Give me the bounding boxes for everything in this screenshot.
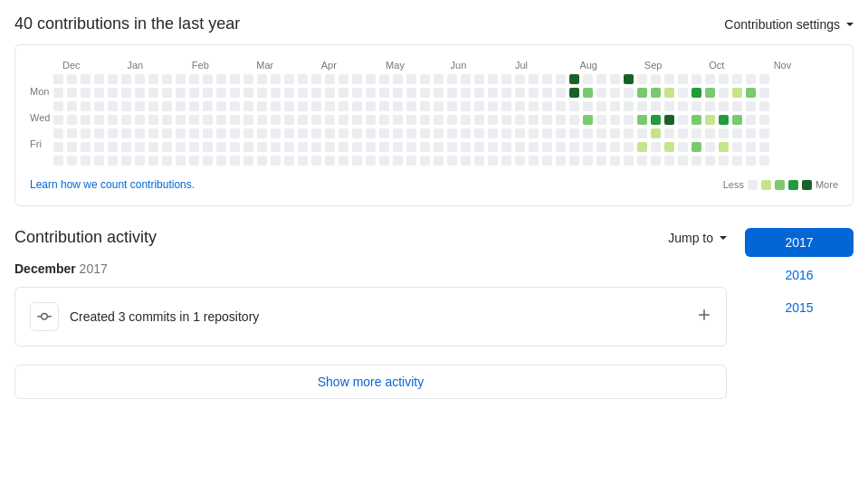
year-2016-button[interactable]: 2016 — [745, 261, 854, 289]
contribution-cell — [393, 156, 403, 166]
contribution-cell — [664, 74, 674, 84]
contribution-cell — [705, 128, 715, 138]
contribution-cell — [243, 88, 253, 98]
contribution-cell — [651, 156, 661, 166]
contribution-cell — [108, 156, 118, 166]
month-aug: Aug — [579, 60, 644, 71]
contribution-cell — [474, 142, 484, 152]
show-more-button[interactable]: Show more activity — [14, 365, 727, 399]
contribution-cell — [624, 142, 634, 152]
contribution-cell — [94, 156, 104, 166]
contribution-cell — [637, 156, 647, 166]
day-wed: Wed — [30, 113, 50, 123]
contribution-cell — [556, 101, 566, 111]
contribution-cell — [420, 101, 430, 111]
contribution-cell — [271, 74, 281, 84]
contribution-cell — [583, 142, 593, 152]
settings-caret-icon — [846, 23, 854, 26]
day-fri: Fri — [30, 139, 50, 149]
graph-months: Dec Jan Feb Mar Apr May Jun Jul Aug Sep … — [62, 60, 838, 71]
legend: Less More — [723, 179, 838, 190]
contribution-cell — [759, 101, 769, 111]
contribution-cell — [515, 128, 525, 138]
contribution-cell — [719, 88, 729, 98]
contribution-cell — [529, 74, 539, 84]
contribution-cell — [379, 101, 389, 111]
contribution-cell — [732, 156, 742, 166]
contribution-cell — [216, 128, 226, 138]
contribution-cell — [406, 142, 416, 152]
contribution-cell — [311, 156, 321, 166]
contribution-cell — [420, 156, 430, 166]
contribution-cell — [311, 128, 321, 138]
contribution-cell — [447, 156, 457, 166]
contribution-cell — [121, 74, 131, 84]
contribution-cell — [461, 128, 471, 138]
contribution-cell — [53, 88, 63, 98]
contribution-cell — [447, 88, 457, 98]
contribution-cell — [135, 88, 145, 98]
contribution-cell — [692, 142, 701, 152]
graph-body: Mon Wed Fri — [30, 74, 838, 167]
contribution-cell — [596, 156, 606, 166]
contribution-cell — [501, 156, 511, 166]
contribution-cell — [271, 128, 281, 138]
contribution-cell — [339, 88, 348, 98]
month-jun: Jun — [451, 60, 515, 71]
contribution-cell — [434, 156, 444, 166]
learn-link[interactable]: Learn how we count contributions. — [30, 178, 195, 191]
contribution-cell — [624, 156, 634, 166]
contribution-cell — [406, 88, 416, 98]
contribution-cell — [651, 115, 661, 125]
contribution-cell — [284, 88, 294, 98]
year-2017-button[interactable]: 2017 — [745, 228, 854, 257]
jump-to-button[interactable]: Jump to — [668, 231, 727, 245]
contribution-cell — [583, 115, 593, 125]
contribution-cell — [284, 142, 294, 152]
filter-icon[interactable] — [697, 308, 711, 326]
contribution-cell — [243, 74, 253, 84]
contribution-cell — [474, 88, 484, 98]
contribution-cell — [569, 128, 579, 138]
contribution-cell — [94, 74, 104, 84]
contribution-cell — [610, 128, 620, 138]
contribution-cell — [542, 88, 552, 98]
contribution-cell — [759, 128, 769, 138]
contribution-cell — [746, 74, 756, 84]
contribution-cell — [81, 74, 91, 84]
contribution-cell — [366, 88, 376, 98]
month-oct: Oct — [709, 60, 773, 71]
contribution-cell — [271, 115, 281, 125]
contribution-cell — [189, 88, 199, 98]
contribution-cell — [542, 101, 552, 111]
contribution-cell — [94, 101, 104, 111]
contribution-cell — [624, 88, 634, 98]
contribution-settings-button[interactable]: Contribution settings — [724, 17, 854, 32]
contribution-cell — [542, 74, 552, 84]
contribution-cell — [53, 142, 63, 152]
contribution-cell — [529, 142, 539, 152]
activity-sidebar: 2017 2016 2015 — [745, 228, 854, 399]
contribution-cell — [176, 128, 186, 138]
contribution-cell — [732, 142, 742, 152]
activity-title: Contribution activity — [14, 228, 157, 247]
contribution-cell — [569, 115, 579, 125]
contribution-cell — [176, 142, 186, 152]
contribution-cell — [556, 142, 566, 152]
year-2015-button[interactable]: 2015 — [745, 293, 854, 322]
contribution-cell — [81, 128, 91, 138]
contribution-cell — [243, 156, 253, 166]
contribution-cell — [230, 74, 240, 84]
contribution-cell — [447, 74, 457, 84]
contribution-cell — [176, 74, 186, 84]
contribution-cell — [406, 128, 416, 138]
contribution-cell — [651, 74, 661, 84]
contribution-cell — [664, 88, 674, 98]
contribution-cell — [692, 115, 701, 125]
legend-cell-3 — [788, 180, 798, 190]
contribution-cell — [596, 74, 606, 84]
contribution-cell — [67, 88, 77, 98]
contribution-cell — [203, 74, 213, 84]
contribution-cell — [108, 101, 118, 111]
contribution-cell — [488, 74, 498, 84]
